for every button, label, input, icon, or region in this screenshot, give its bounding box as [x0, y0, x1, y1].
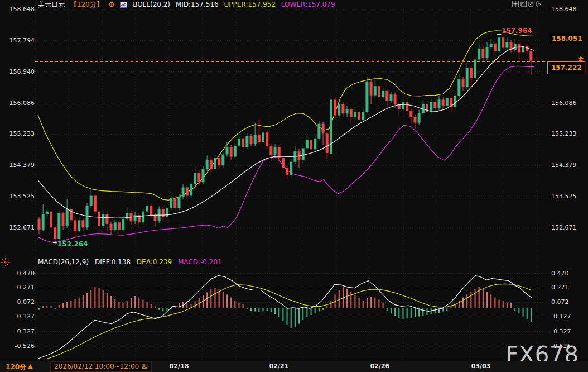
high-price-annotation: 157.964 — [502, 27, 532, 35]
macd-diff-value: DIFF:0.138 — [95, 258, 131, 266]
macd-tick-label: 0.271 — [551, 284, 569, 292]
pan-right-icon[interactable] — [536, 1, 542, 7]
price-up-arrows-icon — [578, 56, 584, 62]
low-price-annotation: 152.264 — [57, 240, 88, 248]
crosshair-tool-icon[interactable] — [512, 1, 519, 7]
macd-header: MACD(26,12,9) DIFF:0.138 DEA:0.239 MACD:… — [38, 258, 226, 266]
macd-tick-label: 0.072 — [0, 298, 35, 306]
date-tick-label: 02/18 — [170, 363, 189, 370]
date-tick-label: 02/26 — [370, 363, 390, 370]
alert-starburst-icon[interactable] — [1, 258, 9, 269]
price-tick-label: 156.086 — [0, 99, 35, 107]
price-tick-label: 153.525 — [0, 193, 35, 201]
chart-toolbar — [512, 1, 542, 7]
macd-tick-label: 0.470 — [551, 270, 569, 278]
price-tick-label: 154.379 — [551, 161, 577, 169]
price-tick-label: 155.233 — [0, 130, 35, 138]
axis-scale-right-icon[interactable] — [528, 1, 534, 7]
price-tick-label: 154.379 — [0, 161, 35, 169]
macd-tick-label: 0.271 — [0, 284, 35, 292]
time-axis-bar: 120分 ▲ 2026/02/12 10:00~12:00 四 02/1802/… — [0, 361, 588, 372]
boll-mid-value: MID:157.516 — [176, 1, 219, 8]
boll-lower-value: LOWER:157.079 — [281, 1, 335, 8]
boll-label[interactable]: BOLL(20,2) — [133, 1, 170, 8]
price-tick-label: 157.794 — [0, 37, 35, 45]
add-indicator-icon[interactable]: ⊕ — [109, 0, 115, 8]
candle-info-box: 2026/02/12 10:00~12:00 四 — [50, 361, 152, 372]
macd-title[interactable]: MACD(26,12,9) — [38, 258, 89, 266]
timeframe-up-arrow-icon[interactable]: ▲ — [28, 363, 32, 370]
macd-tick-label: 0.470 — [0, 270, 35, 278]
chart-header: 美元日元 【120分】 ⊕ BOLL(20,2) MID:157.516 UPP… — [38, 1, 339, 8]
chart-window: 美元日元 【120分】 ⊕ BOLL(20,2) MID:157.516 UPP… — [0, 0, 588, 372]
symbol-title: 美元日元 — [38, 1, 65, 8]
date-tick-label: 02/21 — [269, 363, 289, 370]
price-tick-label: 152.671 — [551, 224, 577, 232]
boll-upper-value: UPPER:157.952 — [224, 1, 276, 8]
macd-tick-label: 0.072 — [551, 298, 569, 306]
macd-tick-label: -0.127 — [0, 313, 35, 321]
price-tick-label: 156.940 — [0, 68, 35, 76]
macd-tick-label: -0.526 — [551, 342, 571, 350]
price-tick-label: 158.648 — [551, 6, 577, 13]
chart-canvas[interactable] — [0, 0, 588, 372]
date-tick-label: 03/03 — [471, 363, 491, 370]
macd-dea-value: DEA:0.239 — [137, 258, 172, 266]
macd-tick-label: -0.327 — [0, 328, 35, 336]
macd-tick-label: -0.526 — [0, 342, 35, 350]
mini-chart-icon[interactable] — [120, 2, 127, 9]
price-tick-label: 158.648 — [0, 6, 35, 13]
macd-bar-value: MACD:-0.201 — [178, 258, 222, 266]
price-tick-label: 156.086 — [551, 99, 577, 107]
session-high-tag: 158.051 — [549, 33, 582, 44]
price-tick-label: 153.525 — [551, 193, 577, 201]
price-tick-label: 155.233 — [551, 130, 577, 138]
price-tick-label: 152.671 — [0, 224, 35, 232]
axis-scale-left-icon[interactable] — [520, 1, 527, 7]
timeframe-badge[interactable]: 120分 — [6, 363, 26, 372]
timeframe-label[interactable]: 【120分】 — [70, 1, 103, 8]
current-price-tag: 157.222 — [547, 61, 585, 74]
macd-tick-label: -0.327 — [551, 328, 571, 336]
macd-tick-label: -0.127 — [551, 313, 571, 321]
